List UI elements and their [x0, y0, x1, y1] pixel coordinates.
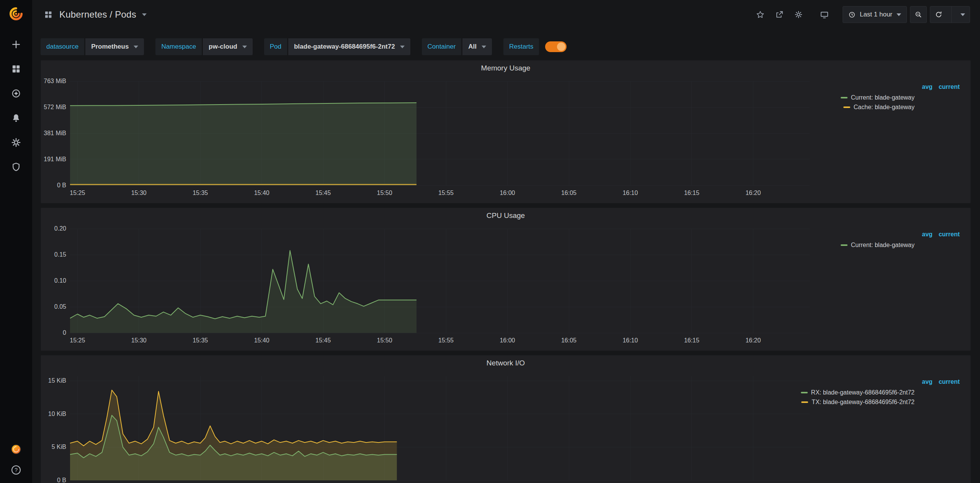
svg-text:16:00: 16:00 — [500, 337, 515, 344]
datasource-select[interactable]: Prometheus — [85, 38, 144, 55]
container-select[interactable]: All — [462, 38, 492, 55]
series-name: TX: blade-gateway-68684695f6-2nt72 — [812, 399, 915, 406]
cpu-usage-panel: CPU Usage 00.050.100.150.2015:2515:3015:… — [41, 208, 971, 351]
explore-compass-icon[interactable] — [11, 88, 21, 99]
svg-text:?: ? — [15, 467, 18, 473]
svg-text:15:55: 15:55 — [438, 190, 454, 196]
panel-title[interactable]: CPU Usage — [41, 208, 970, 223]
legend-current-link[interactable]: current — [939, 84, 960, 90]
svg-text:572 MiB: 572 MiB — [44, 104, 66, 110]
svg-text:15:25: 15:25 — [70, 337, 85, 344]
svg-text:0 B: 0 B — [57, 182, 66, 188]
series-name: Cache: blade-gateway — [854, 104, 915, 111]
filter-label: Namespace — [155, 38, 202, 55]
filter-label: datasource — [41, 38, 84, 55]
cycle-view-monitor-button[interactable] — [817, 7, 833, 23]
svg-text:16:05: 16:05 — [561, 337, 577, 344]
svg-text:16:00: 16:00 — [500, 190, 515, 196]
series-name: Current: blade-gateway — [851, 94, 915, 101]
svg-text:16:20: 16:20 — [745, 190, 761, 196]
svg-text:15 KiB: 15 KiB — [48, 377, 66, 384]
svg-text:15:25: 15:25 — [70, 190, 85, 196]
refresh-button[interactable] — [930, 7, 947, 23]
svg-text:5 KiB: 5 KiB — [52, 444, 66, 450]
zoom-out-icon — [915, 11, 922, 18]
clock-icon — [848, 11, 856, 18]
dashboard-title-group[interactable]: Kubernetes / Pods — [43, 9, 147, 20]
alerting-bell-icon[interactable] — [11, 113, 21, 123]
panel-title[interactable]: Network I/O — [41, 355, 970, 371]
chevron-down-icon — [142, 13, 147, 16]
series-color-dash — [801, 392, 808, 393]
legend-current-link[interactable]: current — [939, 378, 960, 385]
svg-text:0 B: 0 B — [57, 477, 66, 483]
star-button[interactable] — [752, 7, 768, 23]
share-button[interactable] — [771, 7, 787, 23]
series-name: Current: blade-gateway — [851, 242, 915, 249]
legend: avg current Current: blade-gatewayCache:… — [817, 76, 970, 200]
svg-text:0.15: 0.15 — [54, 251, 66, 258]
filter-datasource: datasource Prometheus — [41, 38, 144, 55]
help-icon[interactable]: ? — [11, 465, 21, 475]
svg-text:763 MiB: 763 MiB — [44, 78, 66, 84]
legend: avg current Current: blade-gateway — [817, 223, 970, 347]
apps-grid-icon — [43, 9, 54, 20]
pod-select[interactable]: blade-gateway-68684695f6-2nt72 — [288, 38, 410, 55]
network-io-chart[interactable]: 0 B5 KiB10 KiB15 KiB15:2515:3015:3515:40… — [41, 371, 817, 483]
svg-text:15:50: 15:50 — [377, 190, 392, 196]
svg-text:16:10: 16:10 — [622, 190, 638, 196]
series-color-dash — [841, 244, 848, 246]
user-avatar[interactable] — [11, 444, 21, 455]
memory-usage-panel: Memory Usage 0 B191 MiB381 MiB572 MiB763… — [41, 60, 971, 203]
configuration-gear-icon[interactable] — [11, 137, 21, 148]
legend-item[interactable]: Current: blade-gateway — [841, 94, 915, 101]
series-color-dash — [841, 97, 848, 98]
legend: avg current RX: blade-gateway-68684695f6… — [817, 371, 970, 483]
svg-text:381 MiB: 381 MiB — [44, 130, 66, 136]
refresh-button-group — [930, 6, 970, 23]
filter-namespace: Namespace pw-cloud — [155, 38, 252, 55]
filter-label: Restarts — [503, 38, 539, 55]
dashboard-settings-gear-button[interactable] — [791, 7, 807, 23]
svg-text:15:35: 15:35 — [193, 190, 208, 196]
legend-item[interactable]: TX: blade-gateway-68684695f6-2nt72 — [801, 399, 915, 406]
filter-restarts: Restarts — [503, 38, 567, 55]
filter-pod: Pod blade-gateway-68684695f6-2nt72 — [264, 38, 410, 55]
zoom-out-button[interactable] — [910, 6, 927, 23]
series-name: RX: blade-gateway-68684695f6-2nt72 — [811, 389, 915, 396]
refresh-interval-dropdown[interactable] — [956, 7, 970, 23]
svg-text:10 KiB: 10 KiB — [48, 411, 66, 417]
legend-item[interactable]: RX: blade-gateway-68684695f6-2nt72 — [801, 389, 915, 396]
series-color-dash — [801, 401, 808, 403]
svg-text:191 MiB: 191 MiB — [44, 156, 66, 162]
dashboard-grid: Memory Usage 0 B191 MiB381 MiB572 MiB763… — [32, 55, 980, 483]
cpu-usage-chart[interactable]: 00.050.100.150.2015:2515:3015:3515:4015:… — [41, 223, 817, 347]
filter-label: Container — [422, 38, 462, 55]
time-range-picker[interactable]: Last 1 hour — [843, 6, 907, 23]
page-title: Kubernetes / Pods — [59, 9, 136, 20]
legend-item[interactable]: Current: blade-gateway — [841, 242, 915, 249]
svg-text:0.05: 0.05 — [54, 303, 66, 310]
dashboards-icon[interactable] — [11, 64, 21, 74]
svg-text:16:20: 16:20 — [745, 337, 761, 344]
svg-text:15:35: 15:35 — [193, 337, 208, 344]
restarts-toggle[interactable] — [545, 41, 567, 52]
grafana-logo-icon[interactable] — [6, 5, 26, 23]
legend-avg-link[interactable]: avg — [922, 378, 933, 385]
legend-current-link[interactable]: current — [939, 231, 960, 238]
legend-avg-link[interactable]: avg — [922, 84, 933, 90]
svg-text:15:40: 15:40 — [254, 190, 270, 196]
svg-text:16:10: 16:10 — [622, 337, 638, 344]
panel-title[interactable]: Memory Usage — [41, 61, 970, 76]
filter-container: Container All — [422, 38, 492, 55]
server-admin-shield-icon[interactable] — [11, 162, 21, 172]
svg-text:15:50: 15:50 — [377, 337, 392, 344]
namespace-select[interactable]: pw-cloud — [203, 38, 253, 55]
svg-text:16:05: 16:05 — [561, 190, 577, 196]
legend-avg-link[interactable]: avg — [922, 231, 933, 238]
memory-usage-chart[interactable]: 0 B191 MiB381 MiB572 MiB763 MiB15:2515:3… — [41, 76, 817, 200]
legend-item[interactable]: Cache: blade-gateway — [843, 104, 915, 111]
svg-text:0: 0 — [63, 329, 66, 336]
create-icon[interactable] — [11, 39, 21, 50]
sidebar: ? — [0, 0, 32, 483]
